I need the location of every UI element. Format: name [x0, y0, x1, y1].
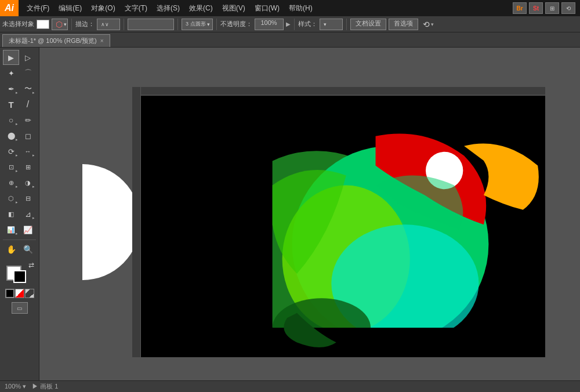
- grid-icon[interactable]: ⊞: [545, 2, 559, 14]
- shape-builder-tool[interactable]: ⊕▸: [3, 175, 19, 190]
- lasso-tool[interactable]: ⌒: [20, 66, 36, 81]
- graph-tool[interactable]: 📊▸: [3, 222, 19, 237]
- separator-4: [216, 19, 217, 30]
- tools-separator: [3, 239, 36, 240]
- free-transform-tool[interactable]: ⊞: [20, 159, 36, 175]
- ai-logo: Ai: [0, 0, 19, 16]
- tool-row-8: ⊡▸ ⊞: [1, 159, 38, 175]
- transform-icon[interactable]: ⟲: [423, 20, 430, 29]
- document-tab[interactable]: 未标题-1* @ 100% (RGB/预览) ×: [2, 34, 110, 47]
- tool-row-5: ○▸ ✏: [1, 112, 38, 128]
- ellipse-tool[interactable]: ○▸: [3, 112, 19, 128]
- color-mode-btn[interactable]: [5, 289, 14, 298]
- status-bar: 100% ▾ ▶ 画板 1: [0, 380, 580, 392]
- menu-text[interactable]: 文字(T): [120, 2, 152, 14]
- blob-brush-tool[interactable]: ⬤▸: [3, 128, 19, 143]
- zoom-level: 100% ▾: [5, 383, 26, 390]
- paintbrush-tool[interactable]: ✏: [20, 112, 36, 128]
- eyedropper-tool[interactable]: ⊿▸: [20, 206, 36, 222]
- perspective-grid-tool[interactable]: ⬡▸: [3, 191, 19, 206]
- eraser-tool[interactable]: ◻: [20, 128, 36, 143]
- menu-file[interactable]: 文件(F): [22, 2, 54, 14]
- menu-view[interactable]: 视图(V): [217, 2, 250, 14]
- tool-row-1: ▶ ▷: [1, 50, 38, 65]
- menu-help[interactable]: 帮助(H): [284, 2, 317, 14]
- opacity-label: 不透明度：: [220, 20, 252, 28]
- tools-panel: ▶ ▷ ✦ ⌒ ✒▸ 〜▸ T / ○▸ ✏ ⬤▸ ◻ ⟳▸ ↔▸ ⊡▸ ⊞: [0, 48, 39, 392]
- menu-effect[interactable]: 效果(C): [184, 2, 217, 14]
- rotate-tool[interactable]: ⟳▸: [3, 144, 19, 159]
- color-swatch-area: ⇄: [4, 261, 35, 286]
- gradient-tool[interactable]: ◧: [3, 206, 19, 222]
- type-tool[interactable]: T: [3, 97, 19, 112]
- bar-graph-tool[interactable]: 📈: [20, 222, 36, 237]
- tab-close-btn[interactable]: ×: [100, 38, 104, 44]
- arrange-icon[interactable]: ⟲: [561, 2, 575, 14]
- menu-window[interactable]: 窗口(W): [250, 2, 284, 14]
- point-type-dropdown[interactable]: 3 点圆形▾: [182, 19, 213, 30]
- tool-row-7: ⟳▸ ↔▸: [1, 144, 38, 159]
- separator-3: [177, 19, 178, 30]
- warp-tool[interactable]: ⊡▸: [3, 159, 19, 175]
- selection-label: 未选择对象: [2, 20, 34, 28]
- vertical-ruler: [132, 87, 141, 357]
- curvature-tool[interactable]: 〜▸: [20, 81, 36, 96]
- artwork-svg: [132, 87, 545, 357]
- style-dropdown[interactable]: ▾: [320, 19, 343, 30]
- pen-tool[interactable]: ✒▸: [3, 81, 19, 96]
- magic-wand-tool[interactable]: ✦: [3, 66, 19, 81]
- tool-row-13: ✋ 🔍: [1, 242, 38, 257]
- tool-row-3: ✒▸ 〜▸: [1, 81, 38, 96]
- swap-colors-icon[interactable]: ⇄: [28, 261, 34, 269]
- separator-1: [71, 19, 72, 30]
- separator-6: [346, 19, 347, 30]
- live-paint-tool[interactable]: ◑▸: [20, 175, 36, 190]
- selection-tool[interactable]: ▶: [3, 50, 19, 65]
- toolbar-extra: ⟲ ▾: [423, 20, 434, 29]
- stroke-swatch[interactable]: [13, 270, 26, 283]
- bridge-icon[interactable]: Br: [513, 2, 527, 14]
- tool-row-9: ⊕▸ ◑▸: [1, 175, 38, 190]
- stroke-tool-dropdown[interactable]: ⬡▾: [52, 19, 68, 30]
- opacity-arrow[interactable]: ▶: [286, 21, 291, 27]
- line-tool[interactable]: /: [20, 97, 36, 112]
- scale-tool[interactable]: ↔▸: [20, 144, 36, 159]
- opacity-input[interactable]: 100%: [255, 19, 284, 30]
- tool-row-4: T /: [1, 97, 38, 112]
- stroke-label: 描边：: [75, 20, 95, 28]
- menu-bar: 文件(F) 编辑(E) 对象(O) 文字(T) 选择(S) 效果(C) 视图(V…: [22, 2, 509, 14]
- tool-row-modes: [1, 289, 38, 298]
- style-label: 样式：: [298, 20, 317, 28]
- menu-select[interactable]: 选择(S): [152, 2, 184, 14]
- main-area: ▶ ▷ ✦ ⌒ ✒▸ 〜▸ T / ○▸ ✏ ⬤▸ ◻ ⟳▸ ↔▸ ⊡▸ ⊞: [0, 48, 580, 392]
- menu-edit[interactable]: 编辑(E): [54, 2, 86, 14]
- tool-row-10: ⬡▸ ⊟: [1, 191, 38, 206]
- stroke-dropdown[interactable]: ∧∨: [97, 19, 120, 30]
- toolbar: 未选择对象 ⬡▾ 描边： ∧∨ 3 点圆形▾ 不透明度： 100% ▶ 样式： …: [0, 16, 580, 32]
- tool-row-6: ⬤▸ ◻: [1, 128, 38, 143]
- fill-color-swatch[interactable]: [37, 20, 49, 29]
- mesh-tool[interactable]: ⊟: [20, 191, 36, 206]
- screen-mode-btn[interactable]: ▭: [12, 302, 28, 314]
- white-circle: [82, 164, 140, 280]
- tool-row-11: ◧ ⊿▸: [1, 206, 38, 222]
- transform-arrow[interactable]: ▾: [431, 21, 434, 27]
- hand-tool[interactable]: ✋: [3, 242, 19, 257]
- preferences-btn[interactable]: 首选项: [389, 19, 418, 30]
- zoom-tool[interactable]: 🔍: [20, 242, 36, 257]
- gradient-mode-btn[interactable]: [15, 289, 24, 298]
- stroke-weight-input[interactable]: [128, 19, 174, 30]
- svg-rect-7: [518, 87, 528, 357]
- stock-icon[interactable]: St: [529, 2, 543, 14]
- tab-bar: 未标题-1* @ 100% (RGB/预览) ×: [0, 32, 580, 48]
- direct-selection-tool[interactable]: ▷: [20, 50, 36, 65]
- artboard-info: ▶ 画板 1: [32, 382, 58, 391]
- tool-row-12: 📊▸ 📈: [1, 222, 38, 237]
- separator-2: [124, 19, 124, 30]
- menu-object[interactable]: 对象(O): [86, 2, 119, 14]
- doc-settings-btn[interactable]: 文档设置: [350, 19, 386, 30]
- none-mode-btn[interactable]: [25, 289, 34, 298]
- title-bar-right: Br St ⊞ ⟲: [513, 2, 575, 14]
- canvas-area[interactable]: [39, 48, 580, 392]
- tool-row-2: ✦ ⌒: [1, 66, 38, 81]
